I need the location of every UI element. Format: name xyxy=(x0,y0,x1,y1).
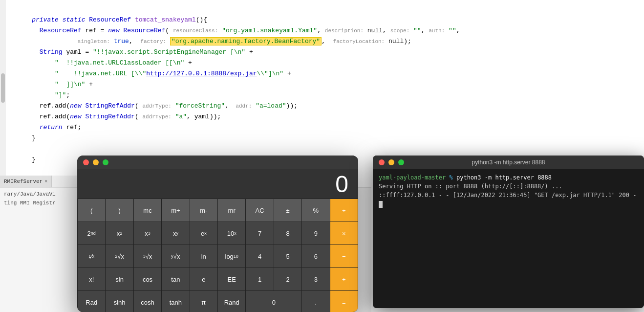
method-name: tomcat_snakeyaml xyxy=(135,16,196,23)
calc-btn-tanh[interactable]: tanh xyxy=(162,291,189,312)
calc-btn-sqrty[interactable]: y√x xyxy=(162,245,189,267)
calc-btn-mplus[interactable]: m+ xyxy=(162,199,189,222)
term-line-prompt: yaml-payload-master % python3 -m http.se… xyxy=(379,173,638,182)
calc-btn-mc[interactable]: mc xyxy=(134,199,161,222)
tab-close-button[interactable]: × xyxy=(44,179,47,184)
calc-btn-9[interactable]: 9 xyxy=(302,222,329,245)
calc-display: 0 xyxy=(77,169,358,199)
calc-btn-rand[interactable]: Rand xyxy=(218,291,245,312)
calc-btn-minus[interactable]: − xyxy=(330,245,358,267)
calc-minimize-button[interactable] xyxy=(93,159,99,165)
scrollbar-thumb[interactable] xyxy=(1,73,5,103)
calc-btn-7[interactable]: 7 xyxy=(246,222,273,245)
str-urlclassloader: " !!java.net.URLClassLoader [[\n" xyxy=(55,59,184,67)
calc-btn-xy[interactable]: xy xyxy=(162,222,189,245)
str-factory-highlight: "org.apache.naming.factory.BeanFactory" xyxy=(170,37,322,45)
calc-btn-6[interactable]: 6 xyxy=(302,245,329,267)
calc-display-number: 0 xyxy=(335,171,348,198)
type-stringrefaddr2: StringRefAddr xyxy=(85,113,134,120)
calc-btn-1[interactable]: 1 xyxy=(246,268,273,290)
calc-btn-cosh[interactable]: cosh xyxy=(134,291,161,312)
calc-btn-ln[interactable]: ln xyxy=(190,245,217,267)
str-closebracket: " ]]\n" xyxy=(55,81,85,88)
term-line-serving: Serving HTTP on :: port 8888 (http://[::… xyxy=(379,182,638,191)
term-traffic-lights xyxy=(379,159,404,165)
calc-btn-sinh[interactable]: sinh xyxy=(106,291,133,312)
comment-scope: scope: xyxy=(390,28,410,34)
term-cursor-block xyxy=(379,201,383,208)
comment-addrtype: addrType: xyxy=(142,103,171,109)
str-forcestring: "forceString" xyxy=(175,102,225,110)
str-closeall: "]" xyxy=(55,91,66,99)
calc-btn-ex[interactable]: ex xyxy=(190,222,217,245)
term-line-cursor xyxy=(379,200,638,208)
calc-btn-open-paren[interactable]: ( xyxy=(78,199,105,222)
calc-btn-ac[interactable]: AC xyxy=(246,199,273,222)
calc-btn-reciprocal[interactable]: 1⁄x xyxy=(78,245,105,267)
calc-btn-3[interactable]: 3 xyxy=(302,268,329,290)
calc-btn-mr[interactable]: mr xyxy=(218,199,245,222)
terminal-window: python3 -m http.server 8888 yaml-payload… xyxy=(373,156,644,308)
term-prompt-symbol: % xyxy=(446,174,456,181)
keyword-return: return xyxy=(40,124,63,131)
calc-btn-sin[interactable]: sin xyxy=(106,268,133,290)
str-url-end: \\"]\n" xyxy=(257,70,284,77)
keyword-new: new xyxy=(108,27,119,34)
term-close-button[interactable] xyxy=(379,159,385,165)
comment-addrtype2: addrType: xyxy=(142,114,171,120)
str-empty2: "" xyxy=(449,27,456,34)
comment-factory: factory: xyxy=(140,39,166,45)
calc-btn-x2[interactable]: x2 xyxy=(106,222,133,245)
term-minimize-button[interactable] xyxy=(388,159,394,165)
link-url[interactable]: http://127.0.0.1:8888/exp.jar xyxy=(146,70,257,77)
calc-btn-0[interactable]: 0 xyxy=(246,291,301,312)
calc-btn-4[interactable]: 4 xyxy=(246,245,273,267)
calc-btn-2[interactable]: 2 xyxy=(274,268,301,290)
type-stringrefaddr: StringRefAddr xyxy=(85,102,134,110)
term-title: python3 -m http.server 8888 xyxy=(472,159,545,166)
calc-btn-factorial[interactable]: x! xyxy=(78,268,105,290)
calc-btn-sqrt2[interactable]: 2√x xyxy=(106,245,133,267)
calc-btn-5[interactable]: 5 xyxy=(274,245,301,267)
calc-btn-8[interactable]: 8 xyxy=(274,222,301,245)
comment-resourceclass: resourceClass: xyxy=(173,28,218,34)
calc-btn-10x[interactable]: 10x xyxy=(218,222,245,245)
keyword-private: private xyxy=(17,16,59,23)
calc-btn-2nd[interactable]: 2nd xyxy=(78,222,105,245)
term-prompt-dir: yaml-payload-master xyxy=(379,174,446,181)
calc-btn-divide[interactable]: ÷ xyxy=(330,199,358,222)
calc-btn-rad[interactable]: Rad xyxy=(78,291,105,312)
tab-bar: RMIRefServer × xyxy=(0,176,78,187)
type-string: String xyxy=(40,48,63,56)
calc-btn-pi[interactable]: π xyxy=(190,291,217,312)
str-empty1: "" xyxy=(413,27,421,34)
calc-btn-sqrt3[interactable]: 3√x xyxy=(134,245,161,267)
comment-auth: auth: xyxy=(429,28,445,34)
term-line-get: ::ffff:127.0.0.1 - - [12/Jan/2022 21:36:… xyxy=(379,191,638,200)
calc-btn-close-paren[interactable]: ) xyxy=(106,199,133,222)
calc-titlebar xyxy=(77,156,358,169)
calc-maximize-button[interactable] xyxy=(103,159,108,165)
comment-description: description: xyxy=(325,28,364,34)
calc-btn-log10[interactable]: log10 xyxy=(218,245,245,267)
calc-btn-decimal[interactable]: . xyxy=(302,291,329,312)
calc-btn-tan[interactable]: tan xyxy=(162,268,189,290)
calc-close-button[interactable] xyxy=(83,159,89,165)
term-maximize-button[interactable] xyxy=(398,159,404,165)
calc-btn-cos[interactable]: cos xyxy=(134,268,161,290)
calc-btn-percent[interactable]: % xyxy=(302,199,329,222)
calc-btn-equals[interactable]: = xyxy=(330,291,358,312)
calc-btn-e[interactable]: e xyxy=(190,268,217,290)
comment-addr: addr: xyxy=(233,103,252,109)
val-true: true xyxy=(114,38,129,45)
calc-btn-mminus[interactable]: m- xyxy=(190,199,217,222)
str-yaml: "org.yaml.snakeyaml.Yaml" xyxy=(222,27,317,34)
calc-btn-plus[interactable]: + xyxy=(330,268,358,290)
calc-btn-ee[interactable]: EE xyxy=(218,268,245,290)
calc-btn-x3[interactable]: x3 xyxy=(134,222,161,245)
calc-btn-multiply[interactable]: × xyxy=(330,222,358,245)
calculator-window: 0 ( ) mc m+ m- mr AC ± % ÷ 2nd x2 x3 xy … xyxy=(77,156,358,312)
str-a: "a" xyxy=(175,113,187,120)
tab-rmirefserver[interactable]: RMIRefServer × xyxy=(0,176,52,187)
calc-btn-plusminus[interactable]: ± xyxy=(274,199,301,222)
